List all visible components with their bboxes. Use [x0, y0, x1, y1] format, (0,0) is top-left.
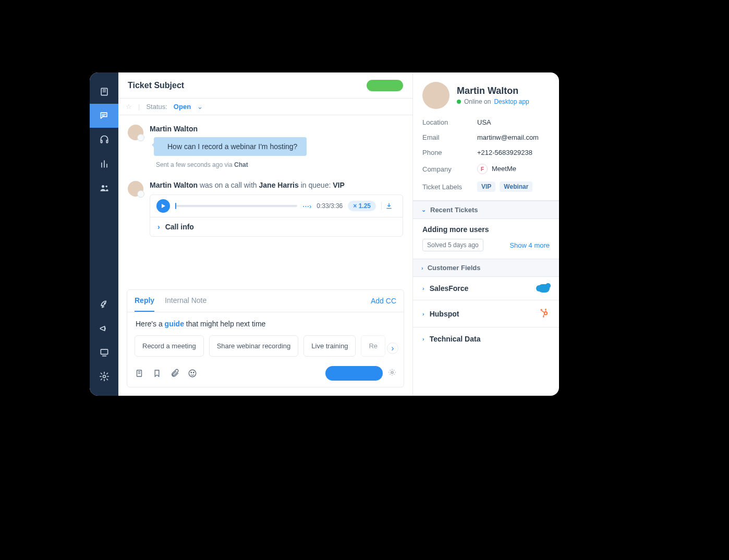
email-value[interactable]: martinw@email.com	[477, 133, 539, 141]
svg-point-20	[191, 372, 192, 373]
suggestion-item[interactable]: Share webinar recording	[209, 335, 299, 357]
nav-support[interactable]	[90, 128, 118, 152]
call-info-label: Call info	[165, 223, 194, 231]
svg-rect-13	[101, 349, 107, 354]
company-value[interactable]: FMeetMe	[477, 164, 516, 174]
message-meta: Sent a few seconds ago via Chat	[156, 161, 403, 168]
app-window: Ticket Subject ☆ | Status: Open ⌄ Martin…	[90, 72, 559, 396]
tab-internal-note[interactable]: Internal Note	[165, 290, 206, 312]
company-badge: F	[477, 164, 488, 174]
contact-avatar[interactable]	[422, 82, 449, 109]
contact-details: Location USA Email martinw@email.com Pho…	[413, 114, 559, 201]
headset-icon	[99, 135, 110, 145]
nav-conversations[interactable]	[90, 104, 118, 128]
canned-replies: Record a meeting Share webinar recording…	[127, 335, 404, 363]
reply-composer: Reply Internal Note Add CC Here's a guid…	[127, 289, 404, 387]
bars-icon	[99, 159, 110, 169]
email-label: Email	[422, 133, 477, 141]
emoji-icon[interactable]	[188, 369, 197, 378]
call-card: ⋯› 0:33/3:36 × 1.25 › Call info	[150, 194, 403, 237]
send-button[interactable]	[325, 366, 383, 381]
reply-editor[interactable]: Here's a guide that might help next time	[127, 312, 404, 335]
download-audio[interactable]	[381, 202, 396, 210]
audio-player: ⋯› 0:33/3:36 × 1.25	[150, 195, 403, 217]
download-icon	[385, 202, 393, 210]
bookmark-icon[interactable]	[152, 369, 162, 378]
call-info-toggle[interactable]: › Call info	[150, 217, 403, 236]
chevron-right-icon: ›	[422, 311, 424, 317]
message-bubble: How can I record a webinar I'm hosting?	[154, 137, 307, 156]
customer-message: Martin Walton How can I record a webinar…	[128, 125, 403, 168]
location-value: USA	[477, 118, 491, 126]
svg-rect-28	[545, 310, 546, 311]
contact-profile: Martin Walton Online on Desktop app	[413, 72, 559, 114]
avatar[interactable]	[128, 125, 143, 140]
chevron-right-icon: ›	[157, 223, 160, 231]
playback-speed[interactable]: × 1.25	[348, 201, 376, 211]
section-customer-fields[interactable]: › Customer Fields	[413, 259, 559, 277]
section-technical-data[interactable]: ›Technical Data	[413, 327, 559, 350]
svg-point-21	[193, 372, 195, 373]
integration-hubspot[interactable]: ›Hubspot	[413, 300, 559, 327]
chevron-right-icon: ›	[421, 265, 423, 271]
attachment-icon[interactable]	[170, 369, 179, 378]
status-pill[interactable]	[367, 80, 403, 91]
nav-desktop[interactable]	[90, 340, 118, 364]
show-more-link[interactable]: Show 4 more	[509, 241, 550, 249]
add-cc-link[interactable]: Add CC	[371, 297, 396, 305]
avatar[interactable]	[128, 181, 143, 197]
recent-ticket-link[interactable]: Adding more users	[422, 225, 550, 234]
suggestion-item[interactable]: Record a meeting	[135, 335, 204, 357]
ticket-label[interactable]: Webinar	[500, 181, 532, 192]
tab-reply[interactable]: Reply	[135, 290, 154, 312]
nav-knowledge[interactable]	[90, 80, 118, 104]
nav-getting-started[interactable]	[90, 293, 118, 316]
svg-rect-6	[106, 140, 108, 143]
book-icon	[99, 87, 110, 97]
online-dot-icon	[457, 100, 461, 104]
nav-announcements[interactable]	[90, 316, 118, 340]
chevron-right-icon: ›	[422, 285, 424, 291]
chat-icon	[99, 111, 110, 121]
svg-point-12	[104, 303, 105, 304]
play-icon	[161, 203, 166, 209]
presence-app-link[interactable]: Desktop app	[494, 98, 529, 105]
presence: Online on Desktop app	[457, 98, 529, 105]
people-icon	[99, 182, 110, 193]
audio-time: 0:33/3:36	[317, 202, 343, 210]
star-icon[interactable]: ☆	[126, 103, 132, 111]
phone-label: Phone	[422, 149, 477, 156]
composer-settings[interactable]	[388, 368, 396, 379]
nav-reports[interactable]	[90, 152, 118, 176]
section-recent-tickets[interactable]: ⌄ Recent Tickets	[413, 201, 559, 219]
svg-point-10	[102, 185, 104, 188]
nav-settings[interactable]	[90, 364, 118, 388]
nav-people[interactable]	[90, 176, 118, 200]
phone-value[interactable]: +212-5683929238	[477, 149, 532, 156]
rocket-icon	[99, 299, 110, 310]
chevron-down-icon: ⌄	[421, 206, 426, 213]
ticket-label[interactable]: VIP	[477, 181, 495, 192]
chevron-right-icon: ›	[422, 336, 424, 342]
call-event: Martin Walton was on a call with Jane Ha…	[128, 181, 403, 237]
sidebar	[90, 72, 118, 396]
kb-article-icon[interactable]	[135, 369, 144, 378]
monitor-icon	[99, 347, 110, 358]
suggestion-item[interactable]: Re	[361, 335, 385, 357]
status-value[interactable]: Open	[174, 103, 191, 111]
guide-link[interactable]: guide	[165, 320, 184, 328]
location-label: Location	[422, 118, 477, 126]
ticket-topbar: Ticket Subject	[118, 72, 412, 99]
gear-icon	[99, 371, 110, 382]
audio-track[interactable]	[175, 205, 297, 207]
skip-forward[interactable]: ⋯›	[302, 202, 311, 210]
conversation-thread: Martin Walton How can I record a webinar…	[118, 115, 412, 286]
integration-salesforce[interactable]: ›SalesForce	[413, 277, 559, 300]
suggestion-item[interactable]: Live training	[303, 335, 356, 357]
suggestions-next[interactable]: ›	[387, 342, 398, 354]
svg-rect-26	[541, 310, 544, 313]
svg-rect-5	[101, 140, 102, 143]
play-button[interactable]	[156, 199, 170, 213]
status-dropdown[interactable]: ⌄	[197, 103, 203, 111]
contact-name: Martin Walton	[457, 86, 529, 96]
